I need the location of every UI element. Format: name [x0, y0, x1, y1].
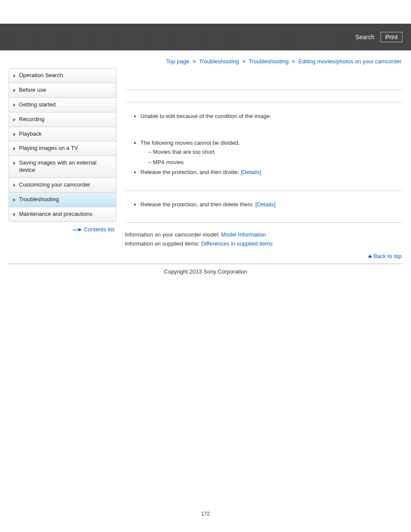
- list-item-text: Release the protection, and then divide.: [140, 169, 241, 175]
- sidebar-item-label: Recording: [19, 116, 44, 123]
- breadcrumb: Top page > Troubleshooting > Troubleshoo…: [0, 50, 411, 68]
- supplied-items-link[interactable]: Differences in supplied items: [201, 240, 273, 247]
- sidebar-item-label: Playing images on a TV: [19, 145, 78, 152]
- section-delete: Release the protection, and then delete …: [125, 191, 402, 223]
- list-item: Release the protection, and then divide.…: [140, 168, 402, 177]
- section-cannot-divide: The following movies cannot be divided. …: [125, 134, 402, 190]
- arrow-right-icon: —►: [73, 226, 82, 233]
- sidebar-item-playback[interactable]: Playback: [9, 127, 116, 142]
- main-content: Unable to edit because of the condition …: [125, 68, 402, 253]
- sidebar-item-saving-external[interactable]: Saving images with an external device: [9, 156, 116, 178]
- footer-copyright: Copyright 2013 Sony Corporation: [0, 264, 411, 288]
- caret-right-icon: [13, 213, 16, 216]
- details-link[interactable]: [Details]: [255, 201, 276, 208]
- caret-right-icon: [13, 184, 16, 187]
- caret-right-icon: [13, 118, 16, 121]
- caret-right-icon: [13, 103, 16, 107]
- sidebar-item-customizing[interactable]: Customizing your camcorder: [9, 178, 116, 193]
- sidebar-item-label: Operation Search: [19, 72, 63, 79]
- breadcrumb-top[interactable]: Top page: [166, 58, 190, 65]
- sub-list-item: MP4 movies: [148, 158, 402, 167]
- sub-list-item: Movies that are too short: [148, 148, 402, 156]
- sidebar-item-label: Getting started: [19, 101, 56, 109]
- caret-right-icon: [13, 162, 16, 165]
- search-link[interactable]: Search: [353, 32, 377, 42]
- sidebar-item-troubleshooting[interactable]: Troubleshooting: [9, 193, 116, 207]
- breadcrumb-sep: >: [242, 58, 246, 65]
- sidebar-item-label: Before use: [19, 87, 46, 94]
- triangle-up-icon: [368, 255, 372, 258]
- supplied-info-prefix: Information on supplied items:: [125, 240, 201, 247]
- sidebar-item-maintenance[interactable]: Maintenance and precautions: [9, 207, 116, 221]
- info-block: Information on your camcorder model: Mod…: [125, 223, 402, 253]
- back-to-top: Back to top: [0, 253, 411, 264]
- breadcrumb-sep: >: [193, 58, 196, 65]
- breadcrumb-current[interactable]: Editing movies/photos on your camcorder: [299, 58, 402, 65]
- details-link[interactable]: [Details]: [241, 169, 261, 175]
- model-info-prefix: Information on your camcorder model:: [125, 231, 221, 238]
- caret-right-icon: [13, 198, 16, 202]
- caret-right-icon: [13, 133, 16, 136]
- sidebar-item-operation-search[interactable]: Operation Search: [9, 68, 116, 83]
- caret-right-icon: [13, 147, 16, 150]
- sidebar-item-recording[interactable]: Recording: [9, 112, 116, 127]
- contents-list-label: Contents list: [84, 226, 115, 233]
- sidebar-item-label: Customizing your camcorder: [19, 181, 90, 189]
- sidebar-item-label: Saving images with an external device: [19, 159, 112, 174]
- breadcrumb-l1[interactable]: Troubleshooting: [199, 58, 239, 65]
- model-information-link[interactable]: Model Information: [221, 231, 266, 238]
- sidebar-item-label: Maintenance and precautions: [19, 211, 93, 218]
- caret-right-icon: [13, 89, 16, 92]
- list-item-text: The following movies cannot be divided.: [140, 140, 240, 146]
- list-item-text: Release the protection, and then delete …: [140, 201, 255, 208]
- back-to-top-label: Back to top: [374, 253, 402, 259]
- list-item: The following movies cannot be divided. …: [140, 139, 402, 167]
- sidebar-item-label: Troubleshooting: [19, 196, 59, 203]
- list-item: Unable to edit because of the condition …: [140, 112, 402, 121]
- sidebar-item-before-use[interactable]: Before use: [9, 83, 116, 98]
- caret-right-icon: [13, 74, 16, 78]
- sidebar: Operation Search Before use Getting star…: [9, 68, 116, 222]
- contents-list-row: —►Contents list: [9, 222, 116, 233]
- sidebar-item-playing-tv[interactable]: Playing images on a TV: [9, 141, 116, 156]
- sidebar-item-label: Playback: [19, 131, 42, 138]
- breadcrumb-l2[interactable]: Troubleshooting: [249, 58, 289, 65]
- print-button[interactable]: Print: [380, 32, 402, 42]
- section-unable-edit: Unable to edit because of the condition …: [125, 103, 402, 134]
- back-to-top-link[interactable]: Back to top: [368, 253, 402, 259]
- list-item: Release the protection, and then delete …: [140, 200, 402, 209]
- contents-list-link[interactable]: —►Contents list: [73, 226, 115, 233]
- sidebar-item-getting-started[interactable]: Getting started: [9, 98, 116, 112]
- header-band: Search Print: [0, 24, 411, 50]
- breadcrumb-sep: >: [292, 58, 296, 65]
- sidebar-wrap: Operation Search Before use Getting star…: [9, 68, 116, 253]
